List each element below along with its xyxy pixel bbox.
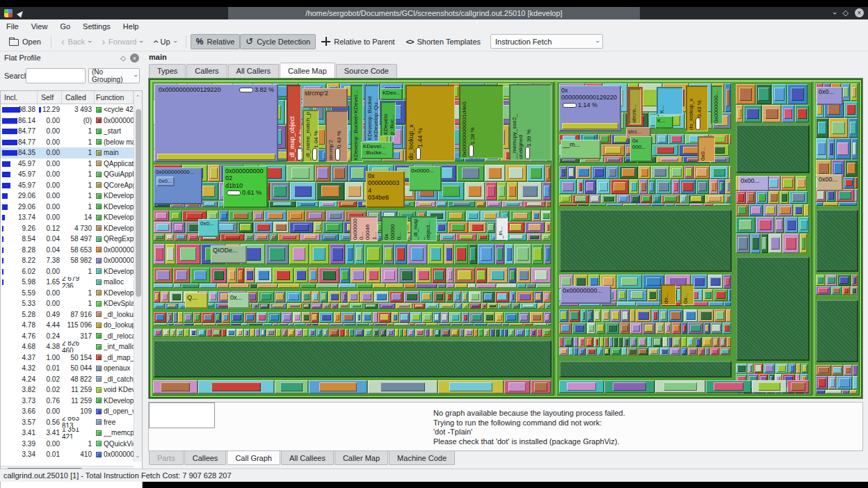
treemap-cell[interactable]: [850, 390, 857, 393]
treemap-cell[interactable]: [399, 312, 410, 323]
treemap-cell[interactable]: [260, 329, 266, 336]
treemap-cell[interactable]: [559, 323, 572, 334]
treemap-cell[interactable]: [617, 275, 642, 288]
treemap-cell[interactable]: [303, 329, 308, 336]
treemap-cell[interactable]: [680, 179, 696, 194]
treemap-cell[interactable]: [572, 323, 586, 334]
treemap-cell[interactable]: [515, 329, 524, 336]
treemap-cell[interactable]: [785, 217, 798, 233]
treemap-cell[interactable]: [426, 303, 439, 309]
treemap-cell[interactable]: [447, 284, 454, 288]
treemap-cell[interactable]: [254, 222, 273, 233]
treemap-cell[interactable]: [586, 348, 597, 355]
table-row[interactable]: 5.330.001KDevSplash: [1, 298, 134, 309]
treemap-cell[interactable]: [639, 179, 648, 194]
treemap-cell[interactable]: [488, 303, 497, 309]
treemap-cell[interactable]: [403, 329, 407, 336]
treemap-cell[interactable]: [289, 222, 313, 233]
treemap-cell[interactable]: [380, 329, 386, 336]
treemap-block[interactable]: 0x 000000...: [381, 216, 408, 241]
treemap-cell[interactable]: [306, 323, 311, 325]
treemap-cell[interactable]: [389, 291, 403, 302]
treemap-cell[interactable]: [184, 323, 193, 325]
treemap-cell[interactable]: [617, 195, 629, 203]
treemap-cell[interactable]: [312, 291, 319, 302]
treemap-cell[interactable]: [469, 303, 481, 309]
treemap-cell[interactable]: [752, 380, 787, 393]
table-row[interactable]: 9.260.124 730KDevelop::: [1, 223, 134, 234]
treemap-cell[interactable]: [559, 337, 563, 347]
treemap-cell[interactable]: [855, 189, 858, 202]
treemap-cell[interactable]: [680, 195, 687, 203]
treemap-cell[interactable]: [713, 337, 719, 347]
treemap-cell[interactable]: [446, 291, 453, 302]
treemap-cell[interactable]: [175, 234, 187, 241]
treemap-cell[interactable]: [309, 268, 318, 283]
treemap-cell[interactable]: [202, 312, 214, 323]
treemap-cell[interactable]: [345, 329, 348, 336]
table-row[interactable]: 84.770.001_start: [1, 126, 134, 137]
treemap-block[interactable]: _dl_map_ object...: [410, 216, 437, 241]
treemap-cell[interactable]: [604, 348, 610, 355]
treemap-cell[interactable]: [408, 244, 427, 264]
treemap-cell[interactable]: [457, 165, 484, 181]
treemap-cell[interactable]: [484, 312, 495, 323]
treemap-cell[interactable]: [485, 182, 497, 200]
treemap-cell[interactable]: [630, 309, 635, 322]
treemap-cell[interactable]: [668, 309, 683, 322]
treemap-cell[interactable]: [584, 179, 596, 194]
treemap-cell[interactable]: [409, 323, 415, 325]
treemap-cell[interactable]: [316, 284, 338, 288]
treemap-cell[interactable]: [720, 337, 726, 347]
treemap-cell[interactable]: [302, 312, 310, 323]
tab-machine-code[interactable]: Machine Code: [389, 451, 455, 465]
treemap-cell[interactable]: [236, 329, 243, 336]
treemap-cell[interactable]: [211, 268, 227, 283]
v-scrollbar[interactable]: › ›: [134, 91, 142, 462]
tab-source-code[interactable]: Source Code: [336, 64, 397, 78]
treemap-cell[interactable]: [444, 244, 453, 264]
treemap-cell[interactable]: [323, 303, 330, 309]
treemap-cell[interactable]: [600, 337, 604, 347]
treemap-cell[interactable]: [476, 201, 485, 207]
treemap-cell[interactable]: [294, 268, 308, 283]
treemap-cell[interactable]: [498, 303, 511, 309]
treemap-cell[interactable]: [651, 204, 664, 206]
treemap-cell[interactable]: [255, 234, 269, 241]
treemap-cell[interactable]: [545, 222, 551, 233]
treemap-cell[interactable]: [855, 177, 858, 188]
treemap-cell[interactable]: [509, 323, 523, 325]
treemap-cell[interactable]: [726, 309, 731, 322]
treemap-cell[interactable]: [477, 234, 489, 241]
treemap-cell[interactable]: [478, 244, 495, 264]
close-icon[interactable]: ×: [855, 8, 864, 17]
table-row[interactable]: 84.350.001main: [1, 147, 134, 158]
treemap-cell[interactable]: [422, 312, 433, 323]
treemap-cell[interactable]: [154, 312, 166, 323]
treemap-block[interactable]: strcm...: [627, 87, 643, 126]
treemap-cell[interactable]: [319, 268, 339, 283]
treemap-cell[interactable]: [594, 337, 600, 347]
column-header-self[interactable]: Self: [38, 91, 62, 104]
event-type-select[interactable]: Instruction Fetch ›: [490, 34, 603, 49]
treemap-cell[interactable]: [512, 303, 520, 309]
treemap-cell[interactable]: [311, 303, 322, 309]
treemap-cell[interactable]: [621, 309, 629, 322]
treemap-cell[interactable]: [579, 337, 585, 347]
treemap-cell[interactable]: [545, 165, 551, 181]
treemap-cell[interactable]: [154, 284, 173, 288]
treemap-cell[interactable]: [266, 329, 275, 336]
treemap-cell[interactable]: [462, 312, 469, 323]
treemap-block[interactable]: 0x0...: [156, 177, 175, 186]
treemap-cell[interactable]: [454, 268, 475, 283]
treemap-cell[interactable]: [627, 348, 637, 355]
treemap-cell[interactable]: [688, 348, 698, 355]
treemap-cell[interactable]: [780, 191, 789, 204]
treemap-cell[interactable]: [538, 303, 545, 309]
treemap-block[interactable]: 0x00000000001292203.82 %: [154, 84, 278, 162]
treemap-cell[interactable]: [754, 364, 763, 373]
treemap-cell[interactable]: [559, 179, 577, 194]
treemap-cell[interactable]: [188, 234, 199, 241]
treemap-cell[interactable]: [665, 204, 675, 206]
treemap-cell[interactable]: [524, 323, 533, 325]
